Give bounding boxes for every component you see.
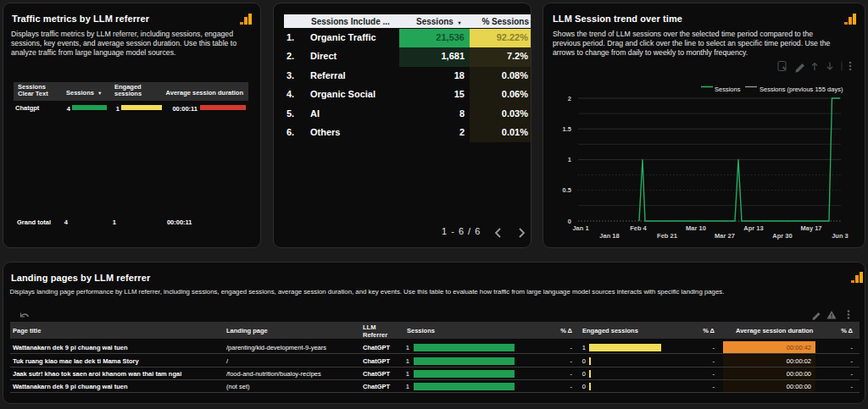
svg-text:Apr 13: Apr 13 xyxy=(743,224,763,232)
svg-text:Apr 30: Apr 30 xyxy=(772,232,792,240)
svg-text:Jun 3: Jun 3 xyxy=(832,232,849,240)
svg-text:2: 2 xyxy=(568,95,571,102)
svg-text:May 17: May 17 xyxy=(800,224,821,232)
svg-text:1.5: 1.5 xyxy=(563,125,571,133)
svg-text:Jan 18: Jan 18 xyxy=(599,232,619,240)
svg-text:Jan 1: Jan 1 xyxy=(572,224,588,232)
svg-text:Feb 21: Feb 21 xyxy=(657,232,677,240)
svg-text:Mar 27: Mar 27 xyxy=(715,232,735,240)
svg-text:Sessions: Sessions xyxy=(715,86,741,93)
svg-text:1: 1 xyxy=(568,156,571,163)
svg-text:Feb 4: Feb 4 xyxy=(630,224,647,232)
svg-text:Sessions (previous 155 days): Sessions (previous 155 days) xyxy=(760,86,843,93)
svg-text:Mar 10: Mar 10 xyxy=(686,224,706,232)
svg-text:0.5: 0.5 xyxy=(563,186,571,194)
svg-text:0: 0 xyxy=(568,218,571,225)
